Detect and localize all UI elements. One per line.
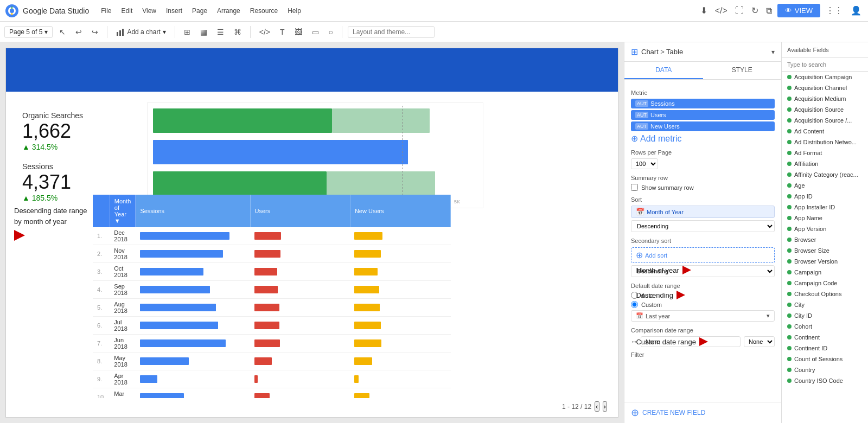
row-users-bar xyxy=(250,335,350,352)
refresh-icon[interactable]: ↻ xyxy=(749,3,761,18)
field-name: Cohort xyxy=(794,323,812,330)
row-new-users-bar xyxy=(350,227,450,245)
available-field-item[interactable]: App Installer ID xyxy=(782,202,868,213)
menu-file[interactable]: File xyxy=(97,5,116,17)
page-indicator[interactable]: Page 5 of 5 ▾ xyxy=(4,26,53,38)
metric-new-users[interactable]: AUT New Users xyxy=(631,121,775,131)
row-num: 5. xyxy=(93,299,110,317)
code2-icon[interactable]: </> xyxy=(256,25,273,39)
available-field-item[interactable]: Acquisition Source /... xyxy=(782,115,868,126)
available-field-item[interactable]: Campaign xyxy=(782,267,868,278)
available-field-item[interactable]: Continent xyxy=(782,332,868,343)
row-sessions-bar xyxy=(136,245,250,263)
view-button[interactable]: 👁 VIEW xyxy=(777,4,820,17)
available-field-item[interactable]: Affinity Category (reac... xyxy=(782,169,868,180)
fullscreen-icon[interactable]: ⛶ xyxy=(733,4,746,18)
account-icon[interactable]: 👤 xyxy=(848,3,864,18)
available-fields-search[interactable] xyxy=(782,58,868,72)
field-name: Acquisition Source /... xyxy=(794,117,852,124)
download-icon[interactable]: ⬇ xyxy=(698,3,710,18)
available-field-item[interactable]: Count of Sessions xyxy=(782,354,868,364)
prev-page-button[interactable]: ‹ xyxy=(595,401,599,412)
copy-icon[interactable]: ⧉ xyxy=(764,4,774,18)
cursor-tool[interactable]: ↖ xyxy=(56,25,69,39)
date-range-auto-radio[interactable] xyxy=(631,292,638,299)
menu-resource[interactable]: Resource xyxy=(246,5,282,17)
code-icon[interactable]: </> xyxy=(713,4,730,18)
field-name: App ID xyxy=(794,193,813,200)
table-icon-header: ⊞ xyxy=(631,47,638,57)
available-field-item[interactable]: Age xyxy=(782,180,868,191)
menu-insert[interactable]: Insert xyxy=(162,5,187,17)
date-range-auto-label: Auto xyxy=(641,292,654,299)
rectangle-icon[interactable]: ▭ xyxy=(309,25,322,39)
available-field-item[interactable]: Browser xyxy=(782,234,868,245)
comparison-arrow-icon: ↔ xyxy=(631,338,637,345)
menu-arrange[interactable]: Arrange xyxy=(213,5,245,17)
available-field-item[interactable]: Cohort xyxy=(782,321,868,332)
sort-order-select[interactable]: Descending Ascending xyxy=(631,220,775,232)
create-new-field-button[interactable]: ⊕ CREATE NEW FIELD xyxy=(624,402,781,423)
available-field-item[interactable]: Affiliation xyxy=(782,158,868,169)
tab-style[interactable]: STYLE xyxy=(703,62,782,79)
layout-theme-input[interactable] xyxy=(348,26,435,38)
summary-row-checkbox[interactable] xyxy=(631,184,638,191)
panel-chevron-icon[interactable]: ▾ xyxy=(771,48,775,56)
available-field-item[interactable]: Continent ID xyxy=(782,343,868,354)
panel-title: Chart > Table xyxy=(641,48,771,56)
col-month[interactable]: Month of Year ▼ xyxy=(110,195,136,227)
menu-edit[interactable]: Edit xyxy=(117,5,137,17)
row-month: Aug 2018 xyxy=(110,299,136,317)
available-field-item[interactable]: Ad Content xyxy=(782,126,868,137)
available-field-item[interactable]: Acquisition Medium xyxy=(782,93,868,104)
available-field-item[interactable]: Acquisition Campaign xyxy=(782,72,868,82)
date-chip[interactable]: 📅 Last year ▾ xyxy=(631,310,775,322)
sort-field-chip[interactable]: 📅 Month of Year xyxy=(631,206,775,218)
available-field-item[interactable]: Campaign Code xyxy=(782,278,868,289)
chip-prefix-new-users: AUT xyxy=(635,123,648,130)
table-icon[interactable]: ☰ xyxy=(214,25,227,39)
available-field-item[interactable]: Ad Distribution Netwo... xyxy=(782,137,868,148)
available-field-item[interactable]: City ID xyxy=(782,310,868,321)
secondary-sort-select[interactable]: Descending Ascending xyxy=(631,265,775,277)
date-range-custom-radio[interactable] xyxy=(631,301,638,308)
filter-icon[interactable]: ▦ xyxy=(197,25,210,39)
grid-icon[interactable]: ⊞ xyxy=(181,25,194,39)
add-sort-button[interactable]: ⊕ Add sort xyxy=(631,247,775,263)
field-name: Affiliation xyxy=(794,161,818,167)
undo-button[interactable]: ↩ xyxy=(72,25,85,39)
available-field-item[interactable]: Acquisition Source xyxy=(782,104,868,115)
apps-icon[interactable]: ⋮⋮ xyxy=(824,3,845,18)
available-field-item[interactable]: Browser Version xyxy=(782,256,868,267)
metric-users[interactable]: AUT Users xyxy=(631,110,775,120)
available-field-item[interactable]: Country xyxy=(782,364,868,375)
circle-icon[interactable]: ○ xyxy=(326,25,336,39)
text-icon[interactable]: T xyxy=(277,25,288,39)
add-metric-button[interactable]: ⊕ Add metric xyxy=(631,133,775,144)
menu-page[interactable]: Page xyxy=(188,5,212,17)
available-field-item[interactable]: Browser Size xyxy=(782,245,868,256)
menu-help[interactable]: Help xyxy=(283,5,305,17)
next-page-button[interactable]: › xyxy=(603,401,607,412)
tab-data[interactable]: DATA xyxy=(624,62,703,79)
field-dot xyxy=(787,346,792,350)
chart2-icon[interactable]: ⌘ xyxy=(231,25,245,39)
field-dot xyxy=(787,151,792,155)
page-dropdown-icon: ▾ xyxy=(44,28,48,36)
available-field-item[interactable]: Country ISO Code xyxy=(782,375,868,386)
metric-sessions[interactable]: AUT Sessions xyxy=(631,99,775,108)
available-field-item[interactable]: App Version xyxy=(782,223,868,234)
available-field-item[interactable]: App Name xyxy=(782,213,868,223)
menu-view[interactable]: View xyxy=(138,5,161,17)
available-field-item[interactable]: App ID xyxy=(782,191,868,202)
rows-per-page-select[interactable]: 100 25 50 xyxy=(631,158,658,169)
available-field-item[interactable]: Checkout Options xyxy=(782,289,868,299)
image-icon[interactable]: 🖼 xyxy=(291,25,305,39)
comparison-dropdown[interactable]: None xyxy=(744,336,775,347)
available-field-item[interactable]: Acquisition Channel xyxy=(782,82,868,93)
available-field-item[interactable]: City xyxy=(782,299,868,310)
available-field-item[interactable]: Ad Format xyxy=(782,148,868,158)
redo-button[interactable]: ↪ xyxy=(88,25,101,39)
add-chart-button[interactable]: Add a chart ▾ xyxy=(113,25,169,39)
calendar-icon: 📅 xyxy=(636,208,644,216)
